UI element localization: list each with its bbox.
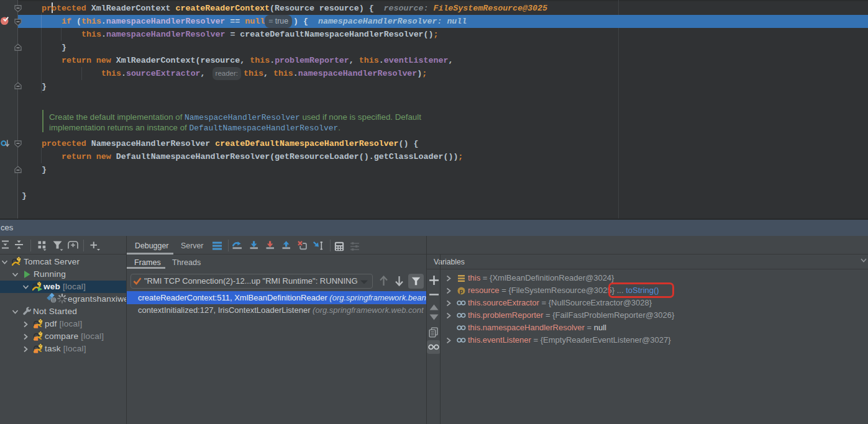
svg-text:p: p — [460, 287, 464, 294]
